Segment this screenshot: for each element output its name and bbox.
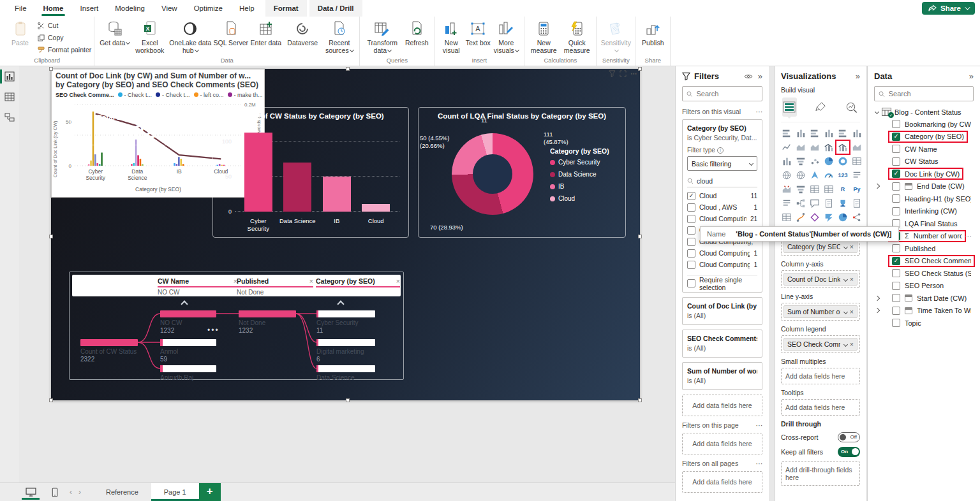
power-apps-icon[interactable] <box>809 212 820 223</box>
map-icon[interactable] <box>781 170 792 181</box>
bar-chart-visual-cw-status[interactable]: Count of CW Status by Category (by SEO) … <box>212 107 409 238</box>
field-row-SEO Person[interactable]: SEO Person <box>874 280 974 293</box>
field-row-CW Name[interactable]: CW Name <box>874 143 974 156</box>
area-chart-icon[interactable] <box>795 142 806 153</box>
filter-type-dropdown[interactable]: Basic filtering <box>687 156 757 171</box>
line-stacked-column-chart-icon[interactable] <box>823 142 835 153</box>
sensitivity-button[interactable]: Sensitivity <box>599 18 632 55</box>
checkbox[interactable] <box>687 226 695 235</box>
filter-option-Cloud Computing, s...[interactable]: Cloud Computing, s...1 <box>687 247 757 259</box>
qa-icon[interactable] <box>809 198 820 209</box>
clustered-bar-chart-icon[interactable] <box>837 127 849 139</box>
cross-report-toggle[interactable]: Off <box>838 432 860 442</box>
checkbox[interactable] <box>687 203 695 212</box>
r-script-icon[interactable]: R <box>837 184 849 195</box>
add-filter-dropzone[interactable]: Add data fields here <box>682 395 762 416</box>
mobile-layout-button[interactable] <box>43 483 66 501</box>
smart-narrative-icon[interactable] <box>823 198 835 209</box>
keep-all-filters-toggle[interactable]: On <box>838 447 860 457</box>
new-visual-button[interactable]: New visual <box>437 18 465 55</box>
tree-node-Data Science[interactable] <box>316 365 375 372</box>
remove-field-icon[interactable]: × <box>850 340 854 348</box>
checkbox[interactable] <box>687 261 695 269</box>
paginated-report-icon[interactable] <box>851 198 863 209</box>
build-visual-tab[interactable] <box>782 98 797 117</box>
field-row-CW Status[interactable]: CW Status <box>874 156 974 168</box>
excel-workbook-button[interactable]: X Excel workbook <box>132 18 167 55</box>
eye-icon[interactable] <box>744 73 753 80</box>
onelake-data-hub-button[interactable]: OneLake data hub <box>167 18 213 55</box>
python-icon[interactable]: Py <box>851 184 863 195</box>
stacked-bar-chart-icon[interactable] <box>781 127 792 139</box>
field-checkbox[interactable] <box>892 307 900 315</box>
card-icon[interactable]: 123 <box>837 170 849 181</box>
funnel-chart-icon[interactable] <box>795 156 806 167</box>
bar-Cloud[interactable] <box>362 204 390 212</box>
tree-node-Anmol[interactable] <box>160 339 216 346</box>
field-checkbox[interactable] <box>892 319 900 327</box>
expand-icon[interactable] <box>875 308 880 313</box>
small-multiples-dropzone[interactable]: Add data fields here <box>781 368 860 384</box>
filter-option-Cloud , AWS[interactable]: Cloud , AWS1 <box>687 201 757 213</box>
collapse-panel-icon[interactable]: » <box>856 71 860 81</box>
enter-data-button[interactable]: Enter data <box>248 18 283 47</box>
donut-ring[interactable] <box>452 133 533 215</box>
field-checkbox[interactable] <box>892 133 900 141</box>
legend-item-IB[interactable]: IB <box>550 183 619 190</box>
collapse-panel-icon[interactable]: » <box>758 71 762 81</box>
more-options-icon[interactable]: ⋯ <box>756 421 763 429</box>
field-checkbox[interactable] <box>892 157 900 166</box>
treemap-icon[interactable] <box>851 156 863 167</box>
data-search[interactable] <box>874 86 974 101</box>
focus-mode-icon[interactable] <box>620 70 627 77</box>
tab-home[interactable]: Home <box>35 0 72 17</box>
field-row-Topic[interactable]: Topic <box>874 317 974 330</box>
field-checkbox[interactable] <box>892 282 900 290</box>
transform-data-button[interactable]: Transform data <box>362 18 402 55</box>
new-measure-button[interactable]: New measure <box>527 18 560 55</box>
collapse-panel-icon[interactable]: » <box>969 71 974 81</box>
add-all-pages-filter-dropzone[interactable]: Add data fields here <box>682 471 762 493</box>
publish-button[interactable]: Publish <box>638 18 667 47</box>
paste-button[interactable]: Paste <box>3 18 38 47</box>
field-checkbox[interactable] <box>892 182 900 191</box>
more-options-icon[interactable]: ⋯ <box>756 460 763 467</box>
bar-Data Science[interactable] <box>283 163 311 212</box>
waterfall-chart-icon[interactable] <box>781 156 792 167</box>
remove-field-icon[interactable]: × <box>850 308 854 316</box>
tab-help[interactable]: Help <box>231 0 263 17</box>
more-options-icon[interactable]: ⋯ <box>756 108 763 115</box>
filter-icon[interactable] <box>609 70 616 77</box>
field-row-Published[interactable]: Published <box>874 242 974 255</box>
recent-sources-button[interactable]: Recent sources <box>322 18 357 55</box>
line-clustered-column-chart-icon[interactable] <box>837 142 849 153</box>
filters-search[interactable] <box>682 86 762 101</box>
field-row-Doc Link (by CW)[interactable]: Doc Link (by CW) <box>874 168 974 180</box>
filter-card-category[interactable]: Category (by SEO) is Cyber Security, Dat… <box>682 119 762 293</box>
text-box-button[interactable]: A Text box <box>465 18 491 47</box>
tooltips-dropzone[interactable]: Add data fields here <box>781 399 860 416</box>
sql-server-button[interactable]: SQL Server <box>213 18 248 47</box>
legend-item-Cloud[interactable]: Cloud <box>550 195 619 202</box>
analytics-tab[interactable] <box>844 98 859 117</box>
field-row-SEO Check Status (SEO)[interactable]: SEO Check Status (SEO) <box>874 267 974 280</box>
hundred-stacked-column-chart-icon[interactable] <box>823 127 835 139</box>
legend-item-Data Science[interactable]: Data Science <box>550 171 619 178</box>
quick-measure-button[interactable]: Quick measure <box>560 18 593 55</box>
legend-item-Cyber Security[interactable]: Cyber Security <box>550 159 619 166</box>
field-checkbox[interactable] <box>892 194 900 203</box>
arcgis-map-icon[interactable] <box>795 212 806 223</box>
tree-node-Anirudh Raj[interactable] <box>160 365 216 372</box>
field-checkbox[interactable] <box>892 145 900 153</box>
filter-option-Cloud Computing[interactable]: Cloud Computing21 <box>687 213 757 224</box>
share-button[interactable]: Share <box>922 2 975 15</box>
line-y-axis-field-pill[interactable]: Sum of Number of w...× <box>783 305 858 318</box>
table-view-button[interactable] <box>0 87 19 107</box>
power-automate-icon[interactable] <box>823 212 835 223</box>
decomposition-tree-icon[interactable] <box>795 198 806 209</box>
expand-icon[interactable] <box>875 296 880 301</box>
filter-option-Cloud[interactable]: Cloud11 <box>687 190 757 201</box>
checkbox[interactable] <box>687 215 695 223</box>
tree-node-Cyber Security[interactable] <box>316 310 375 317</box>
filled-map-icon[interactable] <box>795 170 806 181</box>
